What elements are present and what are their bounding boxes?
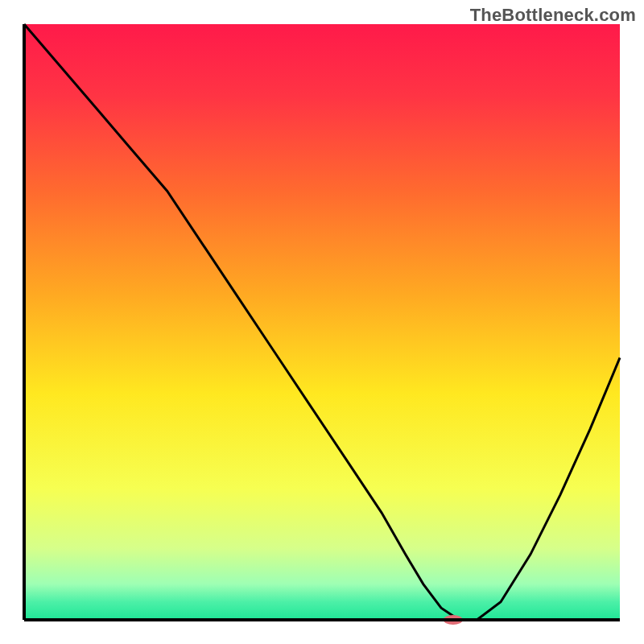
- plot-svg: [0, 0, 644, 644]
- gradient-background: [24, 24, 620, 620]
- bottleneck-chart: TheBottleneck.com: [0, 0, 644, 644]
- watermark-text: TheBottleneck.com: [470, 5, 636, 26]
